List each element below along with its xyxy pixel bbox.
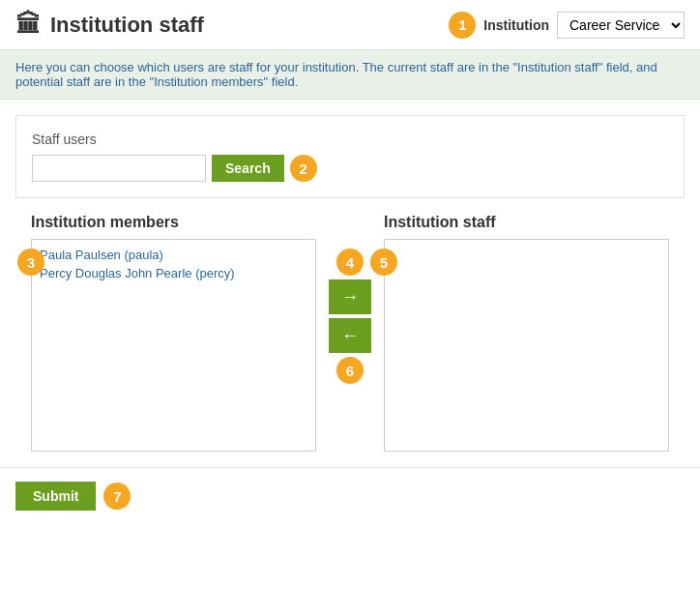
institution-members-listbox[interactable]: Paula Paulsen (paula) Percy Douglas John… [31, 239, 316, 452]
institution-icon: 🏛 [15, 10, 41, 40]
institution-staff-list [385, 240, 668, 251]
submit-button[interactable]: Submit [15, 482, 96, 511]
move-left-button[interactable]: ← [329, 318, 371, 353]
step-3-badge: 3 [17, 249, 44, 276]
institution-staff-column: Institution staff 5 [384, 214, 669, 452]
main-content: Staff users Search 2 Institution members… [0, 100, 700, 467]
career-service-select[interactable]: Career Service [557, 12, 685, 39]
institution-staff-listbox[interactable] [384, 239, 669, 452]
header: 🏛 Institution staff 1 Institution Career… [0, 0, 700, 50]
institution-members-title: Institution members [31, 214, 316, 231]
header-right: 1 Institution Career Service [449, 12, 685, 39]
step-2-badge: 2 [290, 155, 317, 182]
institution-members-wrapper: 3 Paula Paulsen (paula) Percy Douglas Jo… [31, 239, 316, 452]
transfer-section: Institution members 3 Paula Paulsen (pau… [15, 214, 685, 452]
step-1-badge: 1 [449, 12, 476, 39]
institution-staff-title: Institution staff [384, 214, 669, 231]
title-text: Institution staff [50, 13, 204, 38]
search-row: Search 2 [32, 155, 668, 182]
step-4-badge: 4 [336, 249, 364, 276]
search-input[interactable] [32, 155, 206, 182]
institution-members-list: Paula Paulsen (paula) Percy Douglas John… [32, 240, 315, 288]
institution-members-column: Institution members 3 Paula Paulsen (pau… [31, 214, 316, 452]
search-button[interactable]: Search [212, 155, 284, 182]
institution-staff-wrapper: 5 [384, 239, 669, 452]
step-7-badge: 7 [103, 483, 131, 510]
staff-users-label: Staff users [32, 132, 668, 147]
move-right-button[interactable]: → [329, 279, 371, 314]
list-item[interactable]: Paula Paulsen (paula) [40, 246, 307, 264]
list-item[interactable]: Percy Douglas John Pearle (percy) [40, 264, 307, 282]
info-text: Here you can choose which users are staf… [15, 60, 657, 89]
submit-section: Submit 7 [0, 467, 700, 524]
step-5-badge: 5 [370, 249, 397, 276]
step-6-badge: 6 [336, 357, 364, 384]
page-title: 🏛 Institution staff [15, 10, 449, 40]
institution-label: Institution [483, 17, 549, 33]
staff-users-section: Staff users Search 2 [15, 115, 685, 198]
info-bar: Here you can choose which users are staf… [0, 50, 700, 100]
